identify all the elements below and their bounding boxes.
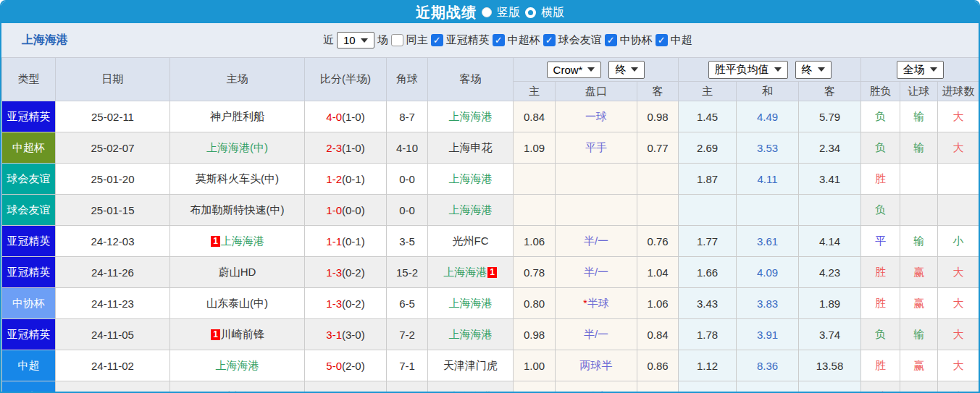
vertical-layout-radio-icon[interactable] xyxy=(482,7,492,17)
match-row: 中超 24-10-27 沧州雄狮 0-1(0-1) 3-12 上海海港 1.06… xyxy=(2,381,979,393)
home-team-name[interactable]: 上海海港(中) xyxy=(206,141,268,153)
halftime-score: (0-1) xyxy=(342,235,365,248)
league-checkbox-facup[interactable] xyxy=(605,34,617,46)
match-row: 中超 24-11-02 上海海港 5-0(2-0) 7-1 天津津门虎 1.00… xyxy=(2,350,979,381)
away-team-name[interactable]: 上海海港 xyxy=(449,203,493,216)
chevron-down-icon xyxy=(587,67,595,72)
goals-result-cell: 小 xyxy=(938,381,979,393)
red-card-badge: 1 xyxy=(211,329,220,340)
home-team-cell: 上海海港 xyxy=(170,350,305,381)
home-team-name[interactable]: 沧州雄狮 xyxy=(216,390,259,393)
vertical-layout-label[interactable]: 竖版 xyxy=(497,5,520,20)
halftime-score: (1-0) xyxy=(342,142,365,154)
handicap-value: 半/一 xyxy=(584,328,608,340)
home-team-name[interactable]: 莫斯科火车头(中) xyxy=(196,172,279,185)
team-name: 上海海港 xyxy=(22,33,68,48)
away-team-name[interactable]: 上海海港 xyxy=(449,328,493,340)
home-team-cell: 1上海海港 xyxy=(170,226,305,257)
league-checkbox-csl[interactable] xyxy=(656,34,668,46)
home-team-name[interactable]: 山东泰山(中) xyxy=(206,297,268,309)
away-team-name[interactable]: 天津津门虎 xyxy=(443,359,498,371)
handicap-result-cell: 输 xyxy=(900,381,938,393)
league-checkbox-supercup[interactable] xyxy=(493,34,505,46)
subcol-avg-home: 主 xyxy=(679,82,737,101)
halftime-score: (0-0) xyxy=(342,204,365,216)
col-type: 类型 xyxy=(2,58,56,101)
halftime-score: (0-1) xyxy=(342,391,365,393)
match-date-cell: 25-01-15 xyxy=(56,195,170,226)
away-team-name[interactable]: 上海申花 xyxy=(449,141,493,153)
handicap-value: 半/一 xyxy=(584,266,608,278)
avg-home-cell: 1.78 xyxy=(679,319,737,350)
handicap-cell: 平手 xyxy=(556,132,637,164)
score-cell: 1-0(0-0) xyxy=(305,195,387,226)
scope-select[interactable]: 全场 xyxy=(897,61,944,79)
home-team-cell: 山东泰山(中) xyxy=(170,288,305,319)
avg-draw-cell: 4.09 xyxy=(737,257,799,288)
halftime-score: (1-0) xyxy=(342,111,365,123)
match-type-cell: 中超杯 xyxy=(2,132,56,164)
home-team-name[interactable]: 上海海港 xyxy=(221,234,264,247)
away-team-cell: 上海海港1 xyxy=(428,257,514,288)
subcol-avg-draw: 和 xyxy=(737,82,799,101)
same-home-checkbox[interactable] xyxy=(391,34,403,46)
odds-home-cell: 1.00 xyxy=(514,350,556,381)
handicap-result-cell: 赢 xyxy=(900,350,938,381)
chevron-down-icon xyxy=(930,67,937,72)
odds-home-cell: 1.06 xyxy=(514,381,556,393)
avg-state-select[interactable]: 终 xyxy=(795,61,832,79)
col-date: 日期 xyxy=(56,58,170,101)
goals-result-cell: 大 xyxy=(938,288,979,319)
horizontal-layout-radio-icon[interactable] xyxy=(525,7,536,18)
subcol-goals: 进球数 xyxy=(938,82,979,101)
home-team-name[interactable]: 蔚山HD xyxy=(219,266,256,278)
avg-home-cell: 3.43 xyxy=(679,288,737,319)
col-home: 主场 xyxy=(170,58,305,101)
away-team-name[interactable]: 上海海港 xyxy=(449,297,493,309)
avg-home-cell: 1.87 xyxy=(679,164,737,195)
avg-away-cell: 1.08 xyxy=(799,381,861,393)
handicap-value: 一球 xyxy=(585,110,607,122)
away-team-name[interactable]: 光州FC xyxy=(453,234,489,247)
bookmaker-select[interactable]: Crow* xyxy=(547,62,602,78)
away-team-name[interactable]: 上海海港 xyxy=(449,172,493,185)
odds-away-cell: 1.06 xyxy=(637,288,679,319)
handicap-cell: 两球半 xyxy=(556,350,637,381)
odds-away-cell: 0.86 xyxy=(637,350,679,381)
score-cell: 5-0(2-0) xyxy=(305,350,387,381)
odds-home-cell xyxy=(514,195,556,226)
fulltime-score: 1-0 xyxy=(326,204,342,216)
score-cell: 0-1(0-1) xyxy=(305,381,387,393)
home-team-name[interactable]: 布加勒斯特快速(中) xyxy=(190,203,285,216)
league-checkbox-acl[interactable] xyxy=(431,34,443,46)
away-team-name[interactable]: 上海海港 xyxy=(449,110,493,122)
handicap-result-cell: 赢 xyxy=(900,288,938,319)
home-team-name[interactable]: 上海海港 xyxy=(216,359,259,371)
handicap-cell: 半/一 xyxy=(556,257,637,288)
fulltime-score: 4-0 xyxy=(326,111,342,123)
bookmaker-state-select[interactable]: 终 xyxy=(608,61,645,79)
home-team-name[interactable]: 神户胜利船 xyxy=(210,110,264,122)
away-team-cell: 上海海港 xyxy=(428,164,514,195)
match-date-cell: 25-02-07 xyxy=(56,132,170,164)
handicap-cell: *两球半/三 xyxy=(556,381,637,393)
red-card-badge: 1 xyxy=(487,267,497,278)
avg-draw-cell: 3.53 xyxy=(737,132,799,164)
match-type-cell: 亚冠精英 xyxy=(2,226,56,257)
results-tbody: 亚冠精英 25-02-11 神户胜利船 4-0(1-0) 8-7 上海海港 0.… xyxy=(2,101,979,393)
fulltime-score: 1-1 xyxy=(326,235,342,248)
fulltime-score: 3-1 xyxy=(326,329,342,341)
avg-away-cell: 13.58 xyxy=(799,350,861,381)
away-team-name[interactable]: 上海海港 xyxy=(449,390,493,393)
col-away: 客场 xyxy=(428,58,514,101)
match-date-cell: 25-01-20 xyxy=(56,164,170,195)
league-checkbox-friendly[interactable] xyxy=(543,34,556,46)
away-team-cell: 上海海港 xyxy=(428,101,514,132)
home-team-name[interactable]: 川崎前锋 xyxy=(221,328,264,340)
avg-type-select[interactable]: 胜平负均值 xyxy=(708,61,788,79)
horizontal-layout-label[interactable]: 横版 xyxy=(541,5,564,20)
filter-controls: 近 10 场 同主 亚冠精英 中超杯 球会友谊 中协杯 中超 xyxy=(323,32,692,48)
home-team-cell: 蔚山HD xyxy=(170,257,305,288)
recent-count-select[interactable]: 10 xyxy=(337,32,374,48)
away-team-name[interactable]: 上海海港 xyxy=(443,266,487,278)
